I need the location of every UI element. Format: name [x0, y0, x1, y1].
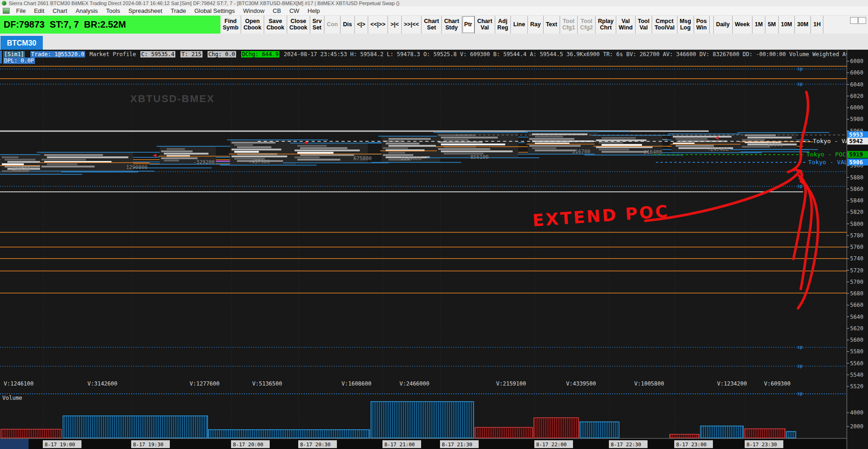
- toolbar-button-chart-set[interactable]: Chart Set: [422, 16, 442, 34]
- status-line-2: DPL: 0.0P: [3, 58, 35, 64]
- toolbar-button-dis[interactable]: Dis: [341, 16, 354, 34]
- menu-global-settings[interactable]: Global Settings: [190, 7, 239, 14]
- window-title: Sierra Chart 2661 BTCM30 BitMEX Trading …: [9, 0, 399, 6]
- toolbar-button-daily[interactable]: Daily: [713, 16, 733, 34]
- status-segment-11: 2024-08-17 23:45:53 H: 59584.2 L: 59478.…: [279, 51, 868, 58]
- toolbar-buttons: Find SymbOpen CbookSave CbookClose Cbook…: [220, 16, 823, 34]
- toolbar-button-10m[interactable]: 10M: [779, 16, 795, 34]
- status-segment-9: [236, 51, 241, 58]
- menu-chart[interactable]: Chart: [48, 7, 71, 14]
- toolbar-button-ptr[interactable]: Ptr: [462, 16, 475, 34]
- toolbar-button-open-cbook[interactable]: Open Cbook: [241, 16, 264, 34]
- toolbar-button-1h[interactable]: 1H: [811, 16, 823, 34]
- toolbar-button-pos-win[interactable]: Pos Win: [694, 16, 710, 34]
- toolbar-button-msg-log[interactable]: Msg Log: [677, 16, 694, 34]
- menu-tools[interactable]: Tools: [102, 7, 124, 14]
- toolbar-button-text[interactable]: Text: [544, 16, 560, 34]
- toolbar-button-line[interactable]: Line: [511, 16, 528, 34]
- toolbar-button-1m[interactable]: 1M: [752, 16, 765, 34]
- menu-cb[interactable]: CB: [269, 7, 285, 14]
- toolbar-button-tool-cfg1: Tool Cfg1: [560, 16, 578, 34]
- toolbar-button-save-cbook[interactable]: Save Cbook: [264, 16, 287, 34]
- toolbar-button-tool-val[interactable]: Tool Val: [636, 16, 652, 34]
- toolbar-button-item[interactable]: <|>: [355, 16, 368, 34]
- toolbar-button-ray[interactable]: Ray: [528, 16, 544, 34]
- toolbar-button-chart-val[interactable]: Chart Val: [475, 16, 495, 34]
- toolbar-button-item[interactable]: <<|>>: [368, 16, 388, 34]
- status-segment-6: T: 215: [180, 51, 202, 58]
- menu-items: FileEditChartAnalysisToolsSpreadsheetTra…: [12, 7, 324, 14]
- account-info-text: DF:79873 ST:7, 7 BR:2.52M: [4, 19, 126, 30]
- status-segment-7: [203, 51, 208, 58]
- status-segment-5: [175, 51, 180, 58]
- menu-help[interactable]: Help: [303, 7, 324, 14]
- menu-file[interactable]: File: [12, 7, 30, 14]
- toolbar-button-val-wind[interactable]: Val Wind: [616, 16, 635, 34]
- menu-bar: FileEditChartAnalysisToolsSpreadsheetTra…: [0, 6, 868, 16]
- toolbar-button-srv-set[interactable]: Srv Set: [310, 16, 324, 34]
- status-segment-0: [Sim1]: [3, 51, 25, 58]
- toolbar-button-close-cbook[interactable]: Close Cbook: [287, 16, 310, 34]
- toolbar-button-item[interactable]: >>|<<: [402, 16, 422, 34]
- menu-spreadsheet[interactable]: Spreadsheet: [124, 7, 167, 14]
- toolbar-button-con: Con: [324, 16, 341, 34]
- status-left-bar: [0, 51, 2, 63]
- toolbar-button-adj-reg[interactable]: Adj Reg: [495, 16, 511, 34]
- chart-restore-icon[interactable]: [850, 17, 858, 24]
- status-line-1: [Sim1] Trade: 1@55320.0 Market Profile C…: [3, 51, 868, 58]
- toolbar-button-chart-stdy[interactable]: Chart Stdy: [442, 16, 462, 34]
- toolbar-button-5m[interactable]: 5M: [765, 16, 778, 34]
- status-segment-2: Trade: 1@55320.0: [30, 51, 86, 58]
- account-info-bar: DF:79873 ST:7, 7 BR:2.52M: [0, 16, 220, 34]
- chart-area[interactable]: [Sim1] Trade: 1@55320.0 Market Profile C…: [0, 50, 868, 449]
- chart-window-icon[interactable]: [3, 8, 10, 14]
- menu-window[interactable]: Window: [239, 7, 268, 14]
- toolbar-button-30m[interactable]: 30M: [795, 16, 811, 34]
- title-bar[interactable]: Sierra Chart 2661 BTCM30 BitMEX Trading …: [0, 0, 868, 6]
- chart-tab-bar: BTCM30: [0, 34, 868, 51]
- toolbar-button-rplay-chrt[interactable]: Rplay Chrt: [596, 16, 616, 34]
- toolbar-button-cmpct-toolval[interactable]: Cmpct ToolVal: [652, 16, 677, 34]
- toolbar-button-item[interactable]: >|<: [388, 16, 401, 34]
- tab-label: BTCM30: [7, 39, 36, 47]
- toolbar-button-week[interactable]: Week: [733, 16, 752, 34]
- toolbar-button-find-symb[interactable]: Find Symb: [220, 16, 241, 34]
- toolbar: DF:79873 ST:7, 7 BR:2.52M Find SymbOpen …: [0, 16, 868, 34]
- status-segment-8: Chg: 0.0: [208, 51, 236, 58]
- app-icon: [2, 1, 6, 6]
- status-segment-10: DChg: 644.9: [241, 51, 279, 58]
- status-segment-4: C: 59535.4: [140, 51, 175, 58]
- status-segment-3: Market Profile: [85, 51, 140, 58]
- status-segment-1: [25, 51, 30, 58]
- status-dpl: DPL: 0.0P: [3, 58, 35, 64]
- tab-btcm30[interactable]: BTCM30: [0, 36, 43, 50]
- menu-cw[interactable]: CW: [285, 7, 304, 14]
- menu-edit[interactable]: Edit: [30, 7, 48, 14]
- menu-analysis[interactable]: Analysis: [71, 7, 102, 14]
- chart-close-icon[interactable]: [858, 17, 866, 24]
- menu-trade[interactable]: Trade: [167, 7, 190, 14]
- toolbar-button-tool-cfg2: Tool Cfg2: [578, 16, 596, 34]
